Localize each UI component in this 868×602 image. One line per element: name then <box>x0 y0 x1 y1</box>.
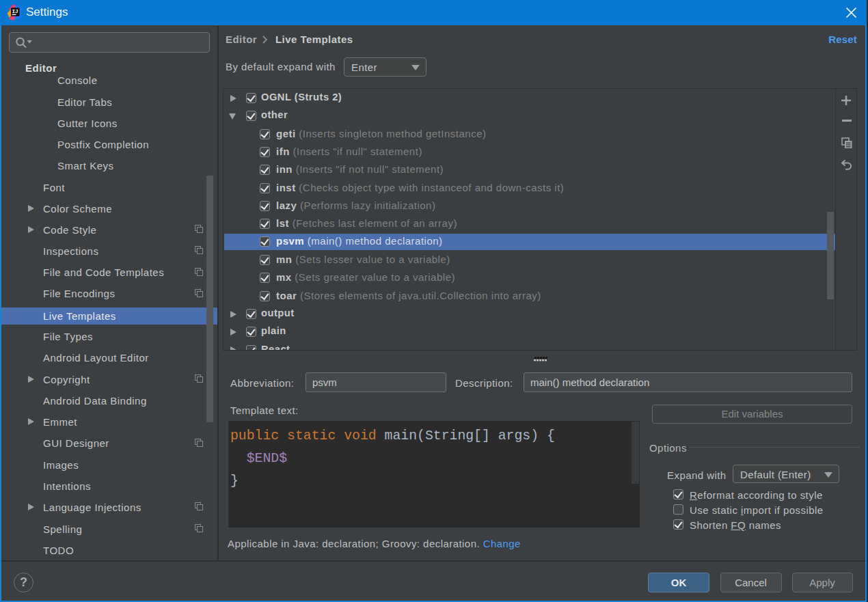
svg-text:IJ: IJ <box>12 9 18 14</box>
